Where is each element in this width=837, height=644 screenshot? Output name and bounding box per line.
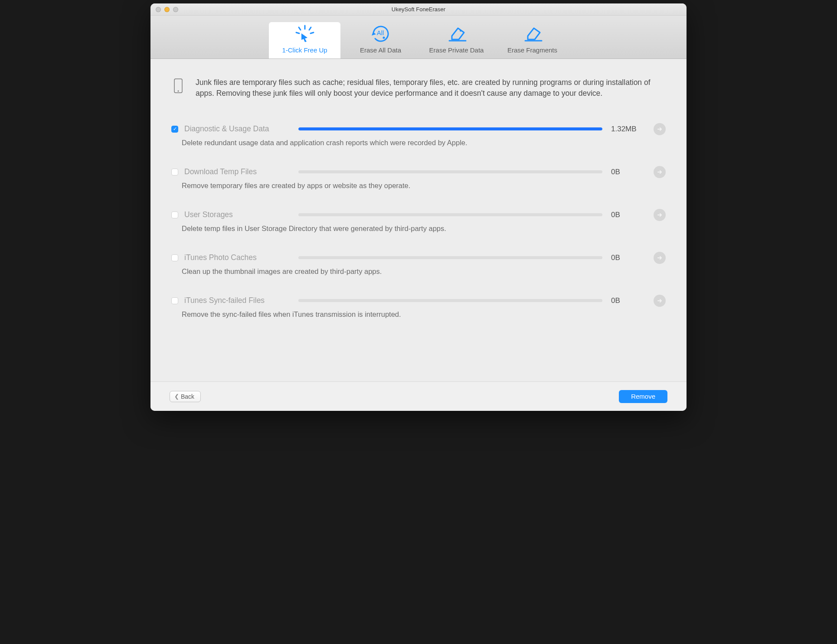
item-title: User Storages <box>184 210 295 219</box>
item-title: Diagnostic & Usage Data <box>184 124 295 133</box>
svg-line-1 <box>299 27 301 30</box>
item-checkbox[interactable] <box>171 211 178 218</box>
junk-item-row: User Storages0B <box>171 209 666 221</box>
item-checkbox[interactable] <box>171 254 178 261</box>
item-size: 0B <box>606 168 647 176</box>
item-title: Download Temp Files <box>184 167 295 176</box>
item-title: iTunes Sync-failed Files <box>184 296 295 305</box>
svg-point-7 <box>383 36 385 39</box>
arrow-right-icon <box>657 298 663 304</box>
arrow-right-icon <box>657 126 663 132</box>
tab-label: Erase Private Data <box>429 46 484 54</box>
junk-item-row: ✓Diagnostic & Usage Data1.32MB <box>171 123 666 135</box>
progress-fill <box>298 127 602 130</box>
item-size: 0B <box>606 211 647 219</box>
arrow-right-icon <box>657 169 663 175</box>
phone-icon <box>174 78 183 95</box>
arrow-right-icon <box>657 255 663 261</box>
item-description: Clean up the thumbnail images are create… <box>182 267 666 276</box>
tab-label: Erase Fragments <box>507 46 557 54</box>
junk-item-row: iTunes Photo Caches0B <box>171 252 666 264</box>
arrow-right-icon <box>657 212 663 218</box>
item-description: Delete temp files in User Storage Direct… <box>182 224 666 233</box>
erase-private-icon <box>446 25 468 42</box>
titlebar: UkeySoft FoneEraser <box>150 3 687 16</box>
item-details-button[interactable] <box>654 123 666 135</box>
content-area: Junk files are temporary files such as c… <box>150 59 687 381</box>
item-description: Delete redundant usage data and applicat… <box>182 139 666 147</box>
tab-erase-private-data[interactable]: Erase Private Data <box>421 22 492 59</box>
erase-all-icon: All <box>371 25 391 42</box>
svg-line-3 <box>296 33 299 33</box>
close-window-button[interactable] <box>156 7 161 12</box>
minimize-window-button[interactable] <box>164 7 170 12</box>
item-progress <box>298 256 602 259</box>
item-progress <box>298 170 602 173</box>
item-details-button[interactable] <box>654 295 666 307</box>
svg-point-12 <box>178 91 179 92</box>
tab-erase-all-data[interactable]: All Erase All Data <box>345 22 416 59</box>
free-up-icon <box>294 25 316 42</box>
remove-button-label: Remove <box>631 393 655 400</box>
svg-line-2 <box>309 27 311 30</box>
window-controls <box>150 7 178 12</box>
junk-item-row: Download Temp Files0B <box>171 166 666 178</box>
tab-bar: 1-Click Free Up All Erase All Data <box>150 16 687 59</box>
remove-button[interactable]: Remove <box>619 390 667 403</box>
tab-1click-free-up[interactable]: 1-Click Free Up <box>269 22 340 59</box>
item-description: Remove temporary files are created by ap… <box>182 182 666 190</box>
item-checkbox[interactable]: ✓ <box>171 126 178 133</box>
item-details-button[interactable] <box>654 252 666 264</box>
item-description: Remove the sync-failed files when iTunes… <box>182 310 666 319</box>
zoom-window-button[interactable] <box>173 7 178 12</box>
item-size: 0B <box>606 254 647 262</box>
chevron-left-icon: ❮ <box>174 393 179 400</box>
intro-text: Junk files are temporary files such as c… <box>196 77 666 99</box>
back-button-label: Back <box>181 393 194 400</box>
window-title: UkeySoft FoneEraser <box>150 6 687 13</box>
item-title: iTunes Photo Caches <box>184 253 295 262</box>
item-size: 1.32MB <box>606 125 647 133</box>
svg-line-4 <box>311 33 314 33</box>
intro-section: Junk files are temporary files such as c… <box>171 77 666 99</box>
item-progress <box>298 127 602 130</box>
app-window: UkeySoft FoneEraser 1-Click Free Up <box>150 3 687 411</box>
back-button[interactable]: ❮ Back <box>170 391 201 402</box>
item-size: 0B <box>606 296 647 305</box>
junk-item-row: iTunes Sync-failed Files0B <box>171 295 666 307</box>
tab-erase-fragments[interactable]: Erase Fragments <box>497 22 568 59</box>
item-progress <box>298 213 602 216</box>
check-icon: ✓ <box>173 127 177 131</box>
item-checkbox[interactable] <box>171 297 178 304</box>
tab-label: Erase All Data <box>360 46 401 54</box>
footer: ❮ Back Remove <box>150 381 687 411</box>
item-progress <box>298 299 602 302</box>
item-details-button[interactable] <box>654 166 666 178</box>
svg-text:All: All <box>376 29 384 36</box>
item-checkbox[interactable] <box>171 169 178 176</box>
item-details-button[interactable] <box>654 209 666 221</box>
erase-fragments-icon <box>522 25 543 42</box>
svg-point-9 <box>460 30 461 32</box>
tab-label: 1-Click Free Up <box>282 46 327 54</box>
